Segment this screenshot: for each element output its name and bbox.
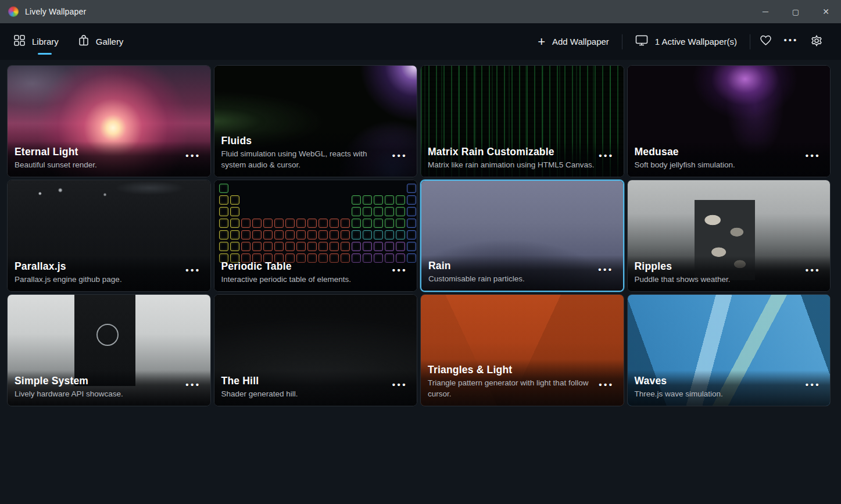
periodic-tile (352, 219, 361, 228)
nav-actions: + Add Wallpaper 1 Active Wallpaper(s) (527, 30, 829, 53)
card-menu-button[interactable]: ••• (599, 151, 614, 160)
wallpaper-card[interactable]: The Hill Shader generated hill. ••• (214, 294, 418, 406)
periodic-tile (296, 219, 306, 228)
card-text-overlay: Fluids Fluid simulation using WebGL, rea… (214, 130, 417, 177)
card-menu-button[interactable]: ••• (392, 265, 407, 275)
periodic-tile (318, 242, 328, 251)
periodic-tile (385, 207, 394, 216)
card-title: Triangles & Light (428, 364, 614, 376)
periodic-tile (241, 230, 250, 240)
wallpaper-card[interactable]: Periodic Table Interactive periodic tabl… (214, 180, 418, 292)
periodic-tile (318, 219, 328, 228)
close-button[interactable]: ✕ (811, 0, 841, 23)
periodic-tile (274, 242, 284, 251)
periodic-tile (407, 184, 416, 193)
card-title: Ripples (635, 260, 821, 273)
card-title: Medusae (635, 146, 821, 158)
card-menu-button[interactable]: ••• (598, 264, 613, 274)
periodic-tile (307, 242, 317, 251)
library-grid-icon (14, 35, 25, 48)
card-menu-button[interactable]: ••• (185, 380, 201, 389)
wallpaper-grid: Eternal Light Beautiful sunset render. •… (0, 60, 841, 406)
card-menu-button[interactable]: ••• (392, 151, 407, 160)
more-options-button[interactable]: ••• (778, 30, 804, 53)
card-subtitle: Customisable rain particles. (428, 273, 597, 285)
tab-library-label: Library (32, 37, 59, 47)
minimize-button[interactable]: ─ (750, 0, 781, 23)
wallpaper-card[interactable]: Waves Three.js wave simulation. ••• (627, 294, 831, 406)
card-text-overlay: Parallax.js Parallax.js engine github pa… (8, 256, 210, 291)
periodic-tile (263, 242, 273, 251)
card-menu-button[interactable]: ••• (806, 380, 821, 389)
card-text-overlay: Ripples Puddle that shows weather. (628, 256, 831, 291)
favorites-button[interactable] (753, 30, 778, 53)
active-wallpapers-label: 1 Active Wallpaper(s) (655, 37, 737, 47)
periodic-tile (330, 219, 339, 228)
card-subtitle: Parallax.js engine github page. (15, 274, 183, 285)
card-text-overlay: Medusae Soft body jellyfish simulation. (628, 141, 831, 177)
periodic-tile (352, 207, 361, 216)
card-subtitle: Three.js wave simulation. (635, 388, 803, 400)
card-menu-button[interactable]: ••• (185, 151, 201, 160)
wallpaper-card[interactable]: Medusae Soft body jellyfish simulation. … (627, 65, 831, 177)
wallpaper-card[interactable]: Simple System Lively hardware API showca… (7, 294, 211, 406)
periodic-tile (263, 219, 273, 228)
card-subtitle: Puddle that shows weather. (635, 274, 803, 285)
wallpaper-card[interactable]: Fluids Fluid simulation using WebGL, rea… (214, 65, 418, 177)
window-controls: ─ ▢ ✕ (750, 0, 841, 23)
card-menu-button[interactable]: ••• (806, 151, 821, 160)
periodic-tile (385, 230, 394, 240)
wallpaper-card[interactable]: Ripples Puddle that shows weather. ••• (627, 180, 831, 292)
periodic-tile (363, 207, 372, 216)
navbar: Library Gallery + Add Wallpaper (0, 23, 841, 60)
maximize-button[interactable]: ▢ (781, 0, 811, 23)
card-title: The Hill (221, 375, 408, 387)
card-menu-button[interactable]: ••• (806, 265, 821, 275)
periodic-tile (396, 230, 405, 240)
monitor-icon (635, 35, 648, 48)
tab-library[interactable]: Library (14, 23, 59, 60)
periodic-tile (241, 242, 250, 251)
tab-gallery[interactable]: Gallery (78, 23, 124, 60)
periodic-tile (374, 230, 383, 240)
card-menu-button[interactable]: ••• (599, 380, 614, 389)
settings-gear-icon (811, 35, 822, 49)
card-title: Waves (635, 375, 821, 387)
active-wallpapers-button[interactable]: 1 Active Wallpaper(s) (625, 30, 747, 53)
periodic-tile (363, 242, 372, 251)
periodic-tile (252, 219, 262, 228)
card-menu-button[interactable]: ••• (185, 265, 201, 275)
settings-button[interactable] (804, 30, 829, 53)
card-title: Periodic Table (221, 260, 408, 273)
titlebar[interactable]: Lively Wallpaper ─ ▢ ✕ (0, 0, 841, 23)
more-icon: ••• (784, 35, 799, 48)
card-text-overlay: Matrix Rain Customizable Matrix like rai… (421, 141, 624, 177)
heart-icon (760, 35, 772, 48)
periodic-tile (219, 184, 228, 193)
card-text-overlay: The Hill Shader generated hill. (214, 370, 417, 406)
tab-gallery-label: Gallery (96, 37, 124, 47)
app-icon (8, 6, 19, 17)
card-menu-button[interactable]: ••• (392, 380, 407, 389)
gallery-bag-icon (78, 35, 89, 48)
add-wallpaper-button[interactable]: + Add Wallpaper (527, 30, 620, 53)
wallpaper-card[interactable]: Triangles & Light Triangle pattern gener… (420, 294, 624, 406)
wallpaper-card[interactable]: Rain Customisable rain particles. ••• (420, 180, 624, 292)
card-subtitle: Interactive periodic table of elements. (221, 274, 390, 285)
card-subtitle: Fluid simulation using WebGL, reacts wit… (221, 148, 390, 171)
periodic-tile (241, 219, 250, 228)
periodic-tile (330, 242, 339, 251)
card-text-overlay: Periodic Table Interactive periodic tabl… (214, 256, 417, 291)
wallpaper-card[interactable]: Parallax.js Parallax.js engine github pa… (7, 180, 211, 292)
periodic-tile (385, 242, 394, 251)
periodic-tile (363, 195, 372, 205)
periodic-tile (219, 219, 228, 228)
wallpaper-card[interactable]: Matrix Rain Customizable Matrix like rai… (420, 65, 624, 177)
wallpaper-card[interactable]: Eternal Light Beautiful sunset render. •… (7, 65, 211, 177)
app-title: Lively Wallpaper (25, 7, 86, 16)
add-wallpaper-label: Add Wallpaper (552, 37, 609, 47)
periodic-tile (230, 207, 239, 216)
periodic-tile (407, 230, 416, 240)
periodic-tile (396, 219, 405, 228)
periodic-tile (407, 207, 416, 216)
